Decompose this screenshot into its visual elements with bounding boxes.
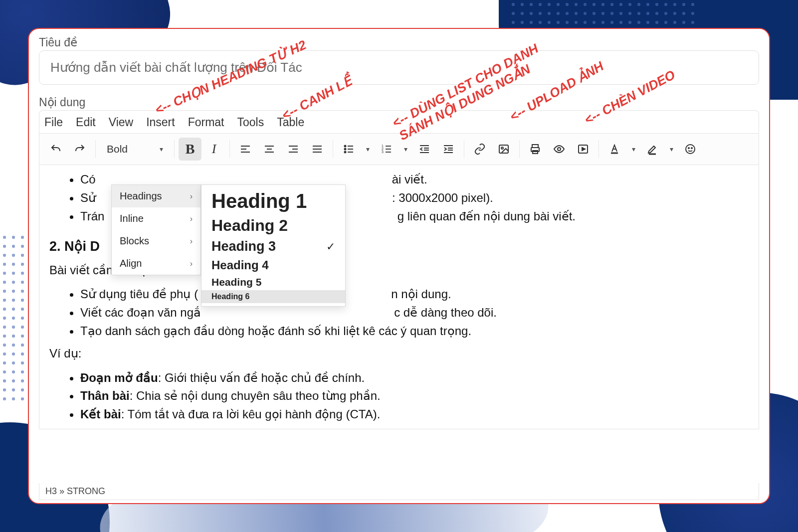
heading-4-option[interactable]: Heading 4	[201, 256, 345, 274]
list-item: Kết bài: Tóm tắt và đưa ra lời kêu gọi h…	[80, 406, 749, 423]
toolbar: Bold ▾ B I ▾ 123 ▾	[39, 133, 759, 165]
svg-point-14	[345, 152, 346, 153]
svg-point-33	[501, 147, 503, 149]
highlight-dropdown[interactable]: ▾	[665, 138, 678, 161]
chevron-down-icon: ▾	[366, 145, 370, 153]
svg-point-13	[345, 149, 346, 150]
element-path[interactable]: H3 » STRONG	[45, 486, 105, 496]
italic-button[interactable]: I	[202, 138, 225, 161]
redo-button[interactable]	[68, 138, 91, 161]
number-list-button[interactable]: 123	[375, 138, 398, 161]
indent-button[interactable]	[437, 138, 460, 161]
chevron-down-icon: ▾	[160, 145, 163, 153]
bold-button[interactable]: B	[179, 138, 201, 161]
list-item: Viết các đoạn văn ngắ___________________…	[80, 304, 749, 322]
italic-icon: I	[212, 142, 216, 157]
heading-5-option[interactable]: Heading 5	[201, 274, 345, 290]
menu-view[interactable]: View	[109, 116, 133, 129]
highlight-button[interactable]	[641, 138, 664, 161]
heading-option-label: Heading 1	[211, 190, 307, 212]
heading-2-option[interactable]: Heading 2	[201, 214, 345, 237]
chevron-down-icon: ▾	[404, 145, 407, 153]
list-item: Thân bài: Chia sẻ nội dung chuyên sâu th…	[80, 387, 749, 405]
headings-submenu: Heading 1 Heading 2 Heading 3✓ Heading 4…	[201, 184, 346, 307]
print-button[interactable]	[524, 138, 547, 161]
check-icon: ✓	[326, 240, 335, 253]
image-button[interactable]	[492, 138, 515, 161]
svg-point-12	[345, 146, 346, 147]
menu-format[interactable]: Format	[188, 116, 224, 129]
content-label: Nội dung	[39, 96, 759, 109]
dropdown-item-headings[interactable]: Headings ›	[112, 185, 200, 207]
heading-3-option[interactable]: Heading 3✓	[201, 237, 345, 256]
dropdown-item-inline[interactable]: Inline ›	[112, 207, 200, 230]
heading-option-label: Heading 3	[211, 239, 276, 254]
bullet-list-dropdown[interactable]: ▾	[361, 138, 374, 161]
dropdown-item-align[interactable]: Align ›	[112, 252, 200, 275]
bold-icon: B	[186, 141, 195, 157]
heading-option-label: Heading 5	[211, 276, 261, 288]
align-justify-button[interactable]	[306, 138, 329, 161]
dropdown-item-label: Headings	[120, 190, 162, 202]
chevron-down-icon: ▾	[632, 145, 635, 153]
toolbar-separator	[229, 140, 230, 158]
list-item: Tạo danh sách gạch đầu dòng hoặc đánh số…	[80, 323, 749, 340]
chevron-right-icon: ›	[190, 214, 193, 223]
dropdown-item-label: Blocks	[120, 235, 149, 247]
toolbar-separator	[464, 140, 464, 158]
title-input[interactable]	[39, 50, 759, 85]
menu-edit[interactable]: Edit	[76, 116, 96, 129]
text-color-dropdown[interactable]: ▾	[627, 138, 640, 161]
paragraph: Ví dụ:	[49, 345, 749, 362]
bullet-list-button[interactable]	[337, 138, 360, 161]
align-left-button[interactable]	[234, 138, 257, 161]
chevron-right-icon: ›	[190, 259, 193, 268]
menubar: File Edit View Insert Format Tools Table	[39, 110, 759, 133]
heading-1-option[interactable]: Heading 1	[201, 188, 345, 214]
align-center-button[interactable]	[258, 138, 281, 161]
outdent-button[interactable]	[413, 138, 436, 161]
title-label: Tiêu đề	[39, 36, 759, 49]
menu-file[interactable]: File	[44, 116, 63, 129]
toolbar-separator	[174, 140, 175, 158]
heading-option-label: Heading 2	[211, 216, 288, 235]
heading-6-option[interactable]: Heading 6	[201, 290, 345, 303]
toolbar-separator	[95, 140, 96, 158]
dropdown-item-blocks[interactable]: Blocks ›	[112, 230, 200, 252]
heading-option-label: Heading 4	[211, 258, 269, 272]
svg-point-45	[691, 148, 692, 149]
toolbar-separator	[598, 140, 599, 158]
status-bar: H3 » STRONG	[39, 483, 759, 500]
list-item: Đoạn mở đầu: Giới thiệu vấn đề hoặc chủ …	[80, 369, 749, 387]
chevron-down-icon: ▾	[670, 145, 673, 153]
menu-insert[interactable]: Insert	[146, 116, 175, 129]
toolbar-separator	[519, 140, 520, 158]
svg-point-37	[558, 148, 561, 151]
menu-tools[interactable]: Tools	[237, 116, 264, 129]
preview-button[interactable]	[548, 138, 571, 161]
dropdown-item-label: Inline	[120, 213, 144, 224]
toolbar-separator	[333, 140, 333, 158]
editor-panel: Tiêu đề Nội dung File Edit View Insert F…	[28, 28, 770, 504]
font-family-select[interactable]: Bold ▾	[100, 138, 170, 161]
chevron-right-icon: ›	[190, 237, 193, 246]
heading-option-label: Heading 6	[211, 292, 249, 301]
svg-marker-39	[582, 148, 585, 151]
media-button[interactable]	[572, 138, 595, 161]
format-dropdown: Headings › Inline › Blocks › Align ›	[111, 184, 201, 275]
menu-table[interactable]: Table	[277, 116, 304, 129]
svg-text:3: 3	[382, 150, 384, 154]
dropdown-item-label: Align	[120, 258, 142, 269]
list-item: Sử dụng tiêu đề phụ (___________________…	[80, 286, 749, 303]
number-list-dropdown[interactable]: ▾	[399, 138, 412, 161]
undo-button[interactable]	[44, 138, 67, 161]
link-button[interactable]	[468, 138, 491, 161]
chevron-right-icon: ›	[190, 192, 193, 201]
text-color-button[interactable]	[603, 138, 626, 161]
align-right-button[interactable]	[282, 138, 305, 161]
svg-point-43	[686, 145, 695, 154]
svg-point-44	[688, 148, 689, 149]
font-family-value: Bold	[107, 143, 128, 155]
emoji-button[interactable]	[679, 138, 702, 161]
